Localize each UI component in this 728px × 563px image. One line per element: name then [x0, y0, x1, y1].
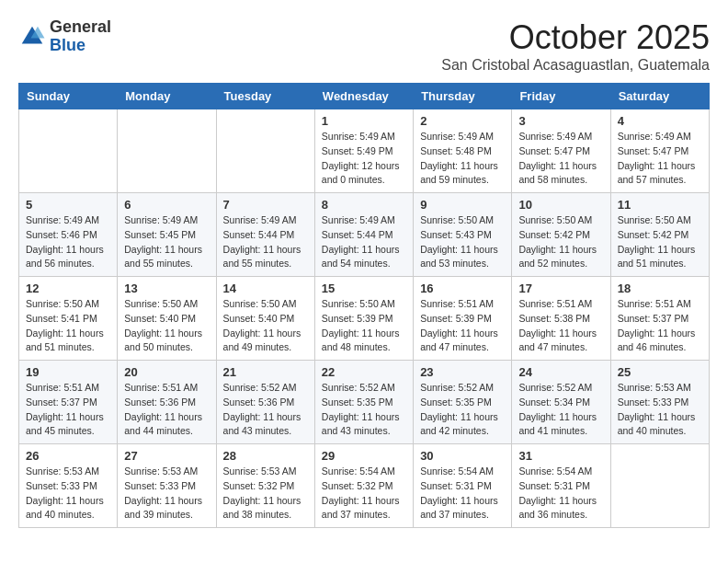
day-number: 19	[26, 365, 110, 379]
day-number: 16	[420, 282, 505, 295]
day-info: Sunrise: 5:49 AM Sunset: 5:47 PM Dayligh…	[618, 130, 702, 188]
day-info: Sunrise: 5:54 AM Sunset: 5:31 PM Dayligh…	[420, 465, 505, 523]
logo-icon	[18, 23, 46, 51]
logo-general: General	[50, 18, 111, 37]
day-number: 13	[124, 282, 209, 295]
day-number: 2	[420, 114, 505, 128]
calendar-cell	[610, 444, 709, 528]
day-info: Sunrise: 5:52 AM Sunset: 5:34 PM Dayligh…	[518, 381, 603, 439]
day-number: 29	[322, 449, 406, 463]
day-number: 7	[223, 198, 308, 212]
calendar-cell: 13Sunrise: 5:50 AM Sunset: 5:40 PM Dayli…	[118, 277, 216, 361]
day-info: Sunrise: 5:50 AM Sunset: 5:42 PM Dayligh…	[618, 213, 702, 271]
calendar-cell: 15Sunrise: 5:50 AM Sunset: 5:39 PM Dayli…	[314, 277, 413, 361]
day-number: 10	[518, 198, 603, 212]
day-number: 23	[420, 365, 505, 379]
day-info: Sunrise: 5:49 AM Sunset: 5:49 PM Dayligh…	[322, 130, 406, 188]
day-number: 18	[618, 282, 702, 295]
calendar-cell: 8Sunrise: 5:49 AM Sunset: 5:44 PM Daylig…	[314, 193, 413, 277]
calendar-body: 1Sunrise: 5:49 AM Sunset: 5:49 PM Daylig…	[19, 109, 710, 528]
calendar-cell	[118, 109, 216, 193]
day-info: Sunrise: 5:50 AM Sunset: 5:40 PM Dayligh…	[223, 297, 308, 355]
day-number: 11	[618, 198, 702, 212]
calendar-cell: 1Sunrise: 5:49 AM Sunset: 5:49 PM Daylig…	[314, 109, 413, 193]
day-info: Sunrise: 5:52 AM Sunset: 5:35 PM Dayligh…	[322, 381, 406, 439]
calendar: SundayMondayTuesdayWednesdayThursdayFrid…	[18, 83, 710, 528]
calendar-cell: 10Sunrise: 5:50 AM Sunset: 5:42 PM Dayli…	[512, 193, 610, 277]
day-number: 5	[26, 198, 110, 212]
day-number: 31	[518, 449, 603, 463]
calendar-cell: 27Sunrise: 5:53 AM Sunset: 5:33 PM Dayli…	[118, 444, 216, 528]
header-day-sunday: Sunday	[19, 84, 118, 109]
day-info: Sunrise: 5:54 AM Sunset: 5:31 PM Dayligh…	[518, 465, 603, 523]
day-number: 28	[223, 449, 308, 463]
day-number: 6	[124, 198, 209, 212]
calendar-cell: 26Sunrise: 5:53 AM Sunset: 5:33 PM Dayli…	[19, 444, 118, 528]
calendar-week-2: 5Sunrise: 5:49 AM Sunset: 5:46 PM Daylig…	[19, 193, 710, 277]
calendar-cell: 21Sunrise: 5:52 AM Sunset: 5:36 PM Dayli…	[216, 361, 314, 444]
day-number: 22	[322, 365, 406, 379]
day-info: Sunrise: 5:53 AM Sunset: 5:33 PM Dayligh…	[26, 465, 110, 523]
header-day-saturday: Saturday	[610, 84, 709, 109]
day-info: Sunrise: 5:50 AM Sunset: 5:41 PM Dayligh…	[26, 297, 110, 355]
day-info: Sunrise: 5:53 AM Sunset: 5:33 PM Dayligh…	[124, 465, 209, 523]
day-number: 21	[223, 365, 308, 379]
calendar-cell	[19, 109, 118, 193]
calendar-cell: 5Sunrise: 5:49 AM Sunset: 5:46 PM Daylig…	[19, 193, 118, 277]
day-info: Sunrise: 5:53 AM Sunset: 5:33 PM Dayligh…	[618, 381, 702, 439]
calendar-week-4: 19Sunrise: 5:51 AM Sunset: 5:37 PM Dayli…	[19, 361, 710, 444]
day-info: Sunrise: 5:54 AM Sunset: 5:32 PM Dayligh…	[322, 465, 406, 523]
day-number: 26	[26, 449, 110, 463]
calendar-cell: 30Sunrise: 5:54 AM Sunset: 5:31 PM Dayli…	[414, 444, 512, 528]
day-info: Sunrise: 5:52 AM Sunset: 5:36 PM Dayligh…	[223, 381, 308, 439]
day-number: 30	[420, 449, 505, 463]
day-info: Sunrise: 5:51 AM Sunset: 5:36 PM Dayligh…	[124, 381, 209, 439]
day-info: Sunrise: 5:53 AM Sunset: 5:32 PM Dayligh…	[223, 465, 308, 523]
calendar-header: SundayMondayTuesdayWednesdayThursdayFrid…	[19, 84, 710, 109]
calendar-cell: 2Sunrise: 5:49 AM Sunset: 5:48 PM Daylig…	[414, 109, 512, 193]
day-number: 3	[518, 114, 603, 128]
logo: General Blue	[18, 18, 111, 55]
day-number: 20	[124, 365, 209, 379]
location-title: San Cristobal Acasaguastlan, Guatemala	[441, 57, 710, 74]
day-number: 4	[618, 114, 702, 128]
day-info: Sunrise: 5:51 AM Sunset: 5:39 PM Dayligh…	[420, 297, 505, 355]
calendar-cell: 17Sunrise: 5:51 AM Sunset: 5:38 PM Dayli…	[512, 277, 610, 361]
day-info: Sunrise: 5:49 AM Sunset: 5:46 PM Dayligh…	[26, 213, 110, 271]
calendar-cell: 20Sunrise: 5:51 AM Sunset: 5:36 PM Dayli…	[118, 361, 216, 444]
calendar-cell: 3Sunrise: 5:49 AM Sunset: 5:47 PM Daylig…	[512, 109, 610, 193]
header-day-wednesday: Wednesday	[314, 84, 413, 109]
calendar-cell: 29Sunrise: 5:54 AM Sunset: 5:32 PM Dayli…	[314, 444, 413, 528]
calendar-cell: 11Sunrise: 5:50 AM Sunset: 5:42 PM Dayli…	[610, 193, 709, 277]
calendar-cell: 7Sunrise: 5:49 AM Sunset: 5:44 PM Daylig…	[216, 193, 314, 277]
calendar-cell: 31Sunrise: 5:54 AM Sunset: 5:31 PM Dayli…	[512, 444, 610, 528]
month-title: October 2025	[441, 18, 710, 57]
day-info: Sunrise: 5:50 AM Sunset: 5:40 PM Dayligh…	[124, 297, 209, 355]
day-number: 24	[518, 365, 603, 379]
calendar-cell: 22Sunrise: 5:52 AM Sunset: 5:35 PM Dayli…	[314, 361, 413, 444]
day-info: Sunrise: 5:49 AM Sunset: 5:44 PM Dayligh…	[223, 213, 308, 271]
day-number: 12	[26, 282, 110, 295]
day-number: 15	[322, 282, 406, 295]
calendar-cell: 19Sunrise: 5:51 AM Sunset: 5:37 PM Dayli…	[19, 361, 118, 444]
logo-blue: Blue	[50, 37, 111, 55]
calendar-cell: 25Sunrise: 5:53 AM Sunset: 5:33 PM Dayli…	[610, 361, 709, 444]
day-number: 27	[124, 449, 209, 463]
day-info: Sunrise: 5:50 AM Sunset: 5:43 PM Dayligh…	[420, 213, 505, 271]
day-info: Sunrise: 5:52 AM Sunset: 5:35 PM Dayligh…	[420, 381, 505, 439]
day-info: Sunrise: 5:50 AM Sunset: 5:42 PM Dayligh…	[518, 213, 603, 271]
calendar-cell	[216, 109, 314, 193]
day-number: 14	[223, 282, 308, 295]
day-info: Sunrise: 5:50 AM Sunset: 5:39 PM Dayligh…	[322, 297, 406, 355]
day-number: 1	[322, 114, 406, 128]
day-number: 8	[322, 198, 406, 212]
calendar-cell: 16Sunrise: 5:51 AM Sunset: 5:39 PM Dayli…	[414, 277, 512, 361]
day-number: 17	[518, 282, 603, 295]
title-section: October 2025 San Cristobal Acasaguastlan…	[441, 18, 710, 74]
day-number: 25	[618, 365, 702, 379]
day-info: Sunrise: 5:49 AM Sunset: 5:47 PM Dayligh…	[518, 130, 603, 188]
header-row: SundayMondayTuesdayWednesdayThursdayFrid…	[19, 84, 710, 109]
calendar-cell: 9Sunrise: 5:50 AM Sunset: 5:43 PM Daylig…	[414, 193, 512, 277]
day-info: Sunrise: 5:49 AM Sunset: 5:45 PM Dayligh…	[124, 213, 209, 271]
calendar-cell: 23Sunrise: 5:52 AM Sunset: 5:35 PM Dayli…	[414, 361, 512, 444]
